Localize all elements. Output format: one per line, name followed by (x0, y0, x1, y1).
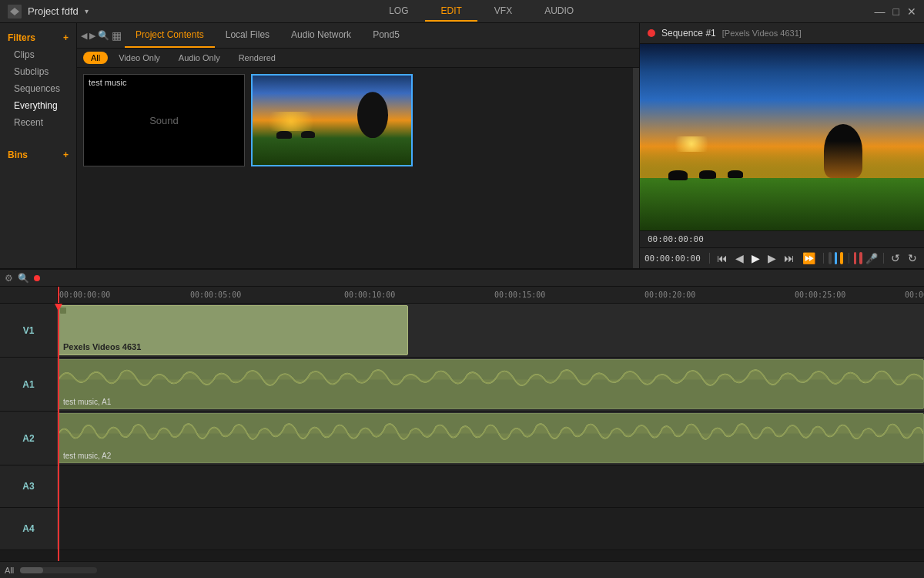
filters-add-icon[interactable]: + (63, 32, 69, 43)
tab-audio[interactable]: AUDIO (529, 2, 589, 22)
titlebar-left: Project fdfd ▾ (8, 5, 89, 18)
titlebar: Project fdfd ▾ LOG EDIT VFX AUDIO — □ ✕ (0, 0, 924, 23)
timeline-toolbar: ⚙ 🔍 (0, 270, 924, 287)
sidebar-item-everything[interactable]: Everything (0, 97, 76, 114)
tree-silhouette (357, 92, 388, 138)
bins-section-header: Bins + (0, 146, 76, 163)
track-content-a1[interactable]: test music, A1 (58, 358, 924, 411)
in-out-icon[interactable] (829, 252, 832, 264)
forward-btn[interactable]: ▶ (89, 31, 95, 41)
content-grid: test music Sound Pexels Videos 4631 (77, 68, 639, 268)
bins-label: Bins (8, 150, 28, 160)
bars-icon-2[interactable] (859, 252, 862, 264)
ruler-mark-5: 00:00:25:00 (795, 291, 845, 299)
v1-clip[interactable]: Pexels Videos 4631 (58, 305, 408, 355)
content-scrollbar[interactable] (633, 68, 639, 268)
tab-project-contents[interactable]: Project Contents (125, 23, 215, 48)
waveform-a1 (59, 363, 923, 396)
project-name: Project fdfd (28, 5, 79, 17)
track-content-a4[interactable] (58, 508, 924, 549)
color-icon[interactable] (835, 252, 838, 264)
go-to-start-button[interactable]: ⏮ (715, 251, 730, 265)
v1-clip-dot (60, 307, 66, 314)
sidebar-item-sequences[interactable]: Sequences (0, 80, 76, 97)
content-item-test-music[interactable]: test music Sound (83, 74, 245, 166)
audio-clip-a1-label: test music, A1 (63, 398, 111, 406)
track-label-a2: A2 (0, 412, 58, 465)
go-to-end-button[interactable]: ⏭ (782, 251, 797, 265)
audio-clip-a2-label: test music, A2 (63, 452, 111, 460)
tab-vfx[interactable]: VFX (479, 2, 527, 22)
tab-log[interactable]: LOG (373, 2, 424, 22)
waveform-a2 (59, 417, 923, 450)
bins-add-icon[interactable]: + (63, 150, 69, 160)
track-row-a3: A3 (0, 465, 924, 508)
mic-icon[interactable]: 🎤 (865, 253, 878, 264)
audio-clip-a1[interactable]: test music, A1 (58, 359, 924, 409)
next-frame-button[interactable]: ▶ (765, 251, 778, 265)
ruler-mark-6: 00:00:30:00 (905, 291, 924, 299)
track-row-a4: A4 (0, 508, 924, 550)
sidebar-item-recent[interactable]: Recent (0, 114, 76, 131)
timeline-zoom-icon[interactable]: 🔍 (18, 273, 29, 284)
track-label-a4: A4 (0, 508, 58, 549)
track-content-a2[interactable]: test music, A2 (58, 412, 924, 465)
preview-panel: Sequence #1 [Pexels Videos 4631] 00:00:0 (639, 23, 924, 268)
timeline-settings-icon[interactable]: ⚙ (5, 273, 13, 284)
minimize-button[interactable]: — (875, 5, 886, 18)
track-content-a3[interactable] (58, 465, 924, 507)
ruler-mark-1: 00:00:05:00 (190, 291, 241, 299)
audio-clip-a2[interactable]: test music, A2 (58, 413, 924, 463)
track-label-spacer (0, 287, 58, 304)
preview-subtitle: [Pexels Videos 4631] (722, 29, 802, 38)
main-area: Filters + Clips Subclips Sequences Every… (0, 23, 924, 270)
tab-local-files[interactable]: Local Files (215, 23, 280, 48)
project-dropdown-arrow[interactable]: ▾ (85, 7, 89, 15)
filter-all[interactable]: All (83, 52, 108, 64)
tab-pond5[interactable]: Pond5 (362, 23, 410, 48)
track-label-a3: A3 (0, 465, 58, 507)
redo-button[interactable]: ↻ (906, 251, 919, 265)
close-button[interactable]: ✕ (907, 5, 916, 18)
tab-edit[interactable]: EDIT (425, 2, 477, 22)
undo-button[interactable]: ↺ (889, 251, 902, 265)
preview-title: Sequence #1 (661, 28, 716, 39)
nav-tabs: LOG EDIT VFX AUDIO (373, 2, 589, 22)
grid-view-icon[interactable]: ▦ (112, 29, 122, 42)
bars-icon-1[interactable] (854, 252, 857, 264)
timeline-scrollbar[interactable] (20, 567, 97, 573)
timeline: ⚙ 🔍 00:00:00:00 00:00:05:00 00:00:10:00 … (0, 270, 924, 578)
back-btn[interactable]: ◀ (81, 31, 87, 41)
timeline-ruler-marks: 00:00:00:00 00:00:05:00 00:00:10:00 00:0… (58, 287, 924, 303)
ruler-mark-4: 00:00:20:00 (644, 291, 695, 299)
audio-icon[interactable] (840, 252, 843, 264)
ruler-playhead (58, 287, 59, 304)
filter-audio-only[interactable]: Audio Only (171, 52, 228, 64)
timeline-scrollbar-thumb[interactable] (20, 567, 43, 573)
maximize-button[interactable]: □ (893, 5, 899, 18)
loop-button[interactable]: ⏩ (800, 251, 818, 265)
filter-video-only[interactable]: Video Only (111, 52, 168, 64)
content-item-pexels[interactable]: Pexels Videos 4631 (251, 74, 413, 166)
track-row-v1: V1 Pexels Videos 4631 (0, 304, 924, 358)
prev-frame-button[interactable]: ◀ (733, 251, 746, 265)
search-icon[interactable]: 🔍 (98, 30, 109, 41)
preview-header: Sequence #1 [Pexels Videos 4631] (640, 23, 924, 44)
timecode-readout: 00:00:00:00 (644, 254, 701, 264)
panel-tabs: ◀ ▶ 🔍 ▦ Project Contents Local Files Aud… (77, 23, 639, 49)
sidebar-item-subclips[interactable]: Subclips (0, 63, 76, 80)
sidebar-item-clips[interactable]: Clips (0, 46, 76, 63)
play-button[interactable]: ▶ (749, 251, 762, 265)
filter-bar: All Video Only Audio Only Rendered (77, 49, 639, 68)
timeline-record-dot (34, 275, 40, 281)
ruler-mark-0: 00:00:00:00 (59, 291, 110, 299)
ruler-mark-2: 00:00:10:00 (344, 291, 395, 299)
preview-record-dot (648, 29, 655, 37)
timecode-display: 00:00:00:00 (648, 234, 704, 244)
tab-audio-network[interactable]: Audio Network (280, 23, 362, 48)
preview-sunset-bg (640, 44, 924, 230)
filter-rendered[interactable]: Rendered (231, 52, 283, 64)
timeline-tracks: V1 Pexels Videos 4631 A1 (0, 304, 924, 561)
project-panel: ◀ ▶ 🔍 ▦ Project Contents Local Files Aud… (77, 23, 639, 268)
track-content-v1[interactable]: Pexels Videos 4631 (58, 304, 924, 357)
